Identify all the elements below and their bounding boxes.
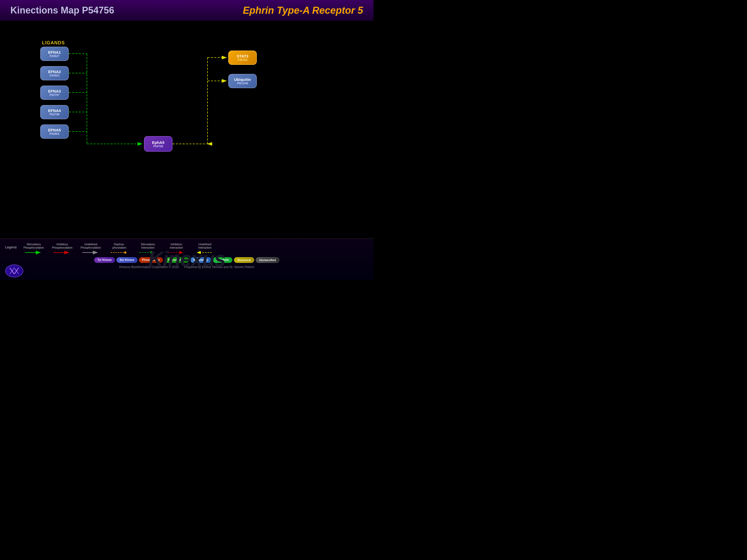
cat-transcription[interactable]: Transcription	[164, 257, 189, 263]
cat-regulatory[interactable]: Regulatory	[190, 257, 211, 263]
legend-area: Legend StimulatoryPhosphorylation Inhibi…	[0, 239, 374, 256]
cat-ser-kinase[interactable]: Ser Kinase	[117, 257, 137, 263]
logo-area	[5, 264, 23, 277]
logo-oval	[5, 264, 23, 277]
legend-label: Legend	[5, 243, 23, 249]
ligand-efna3[interactable]: EFNA3 P52797	[40, 85, 69, 100]
legend-dephos: Dephos-phorylation	[109, 243, 130, 255]
legend-stim-int: StimulatoryInteraction	[137, 243, 158, 255]
legend-stim-phos: StimulatoryPhosphorylation	[23, 243, 44, 255]
central-epha5[interactable]: EphA5 P54756	[144, 136, 173, 152]
cat-phosphatase[interactable]: Phosphatase	[139, 257, 163, 263]
dephos-arrow	[110, 250, 128, 255]
legend-undef-phos: UndefinedPhosphorylation	[80, 243, 101, 255]
stim-phos-arrow	[25, 250, 43, 255]
diagram-area: LIGANDS EFNA1 P20827 EFNA2 O43921 EFNA3 …	[0, 21, 374, 239]
cat-structural[interactable]: Structural	[234, 257, 254, 263]
inhib-int-arrow	[167, 250, 185, 255]
page-title: Kinections Map P54756	[10, 5, 114, 16]
header: Kinections Map P54756 Ephrin Type-A Rece…	[0, 0, 374, 21]
cat-unclassified[interactable]: Unclassified	[256, 257, 279, 263]
legend-items: StimulatoryPhosphorylation InhibitoryPho…	[23, 243, 368, 255]
footer-copyright: Kinexus Bioinformatics Corporation © 201…	[119, 265, 179, 269]
output-ubiquitin[interactable]: Ubiquitin P0CG48	[228, 74, 257, 88]
legend-undef-int: UndefinedInteraction	[195, 243, 215, 255]
output-stat3[interactable]: STAT3 P40763	[228, 51, 257, 65]
footer-bottom: Kinexus Bioinformatics Corporation © 201…	[0, 264, 374, 270]
category-row: Tyr Kinase Ser Kinase Phosphatase Transc…	[0, 256, 374, 264]
undef-phos-arrow	[82, 250, 100, 255]
footer: Kinexus Legend StimulatoryPhosphorylatio…	[0, 239, 374, 280]
legend-inhib-int: InhibitoryInteraction	[166, 243, 187, 255]
ligand-efna4[interactable]: EFNA4 P52798	[40, 105, 69, 119]
logo-svg	[8, 266, 21, 275]
stim-int-arrow	[139, 250, 157, 255]
protein-title: Ephrin Type-A Receptor 5	[243, 5, 363, 16]
ligand-efna1[interactable]: EFNA1 P20827	[40, 47, 69, 61]
ligand-efna5[interactable]: EFNA5 P52803	[40, 125, 69, 139]
inhib-phos-arrow	[53, 250, 71, 255]
svg-point-21	[124, 251, 126, 254]
cat-metabolic[interactable]: Metabolic	[213, 257, 232, 263]
ligands-label: LIGANDS	[42, 40, 65, 46]
ligand-efna2[interactable]: EFNA2 O43921	[40, 66, 69, 80]
cat-tyr-kinase[interactable]: Tyr Kinase	[94, 257, 114, 263]
legend-inhib-phos: InhibitoryPhosphorylation	[52, 243, 73, 255]
footer-credit: Prepared by Emma Titmuss and Dr. Steven …	[184, 265, 254, 269]
undef-int-arrow	[196, 250, 214, 255]
